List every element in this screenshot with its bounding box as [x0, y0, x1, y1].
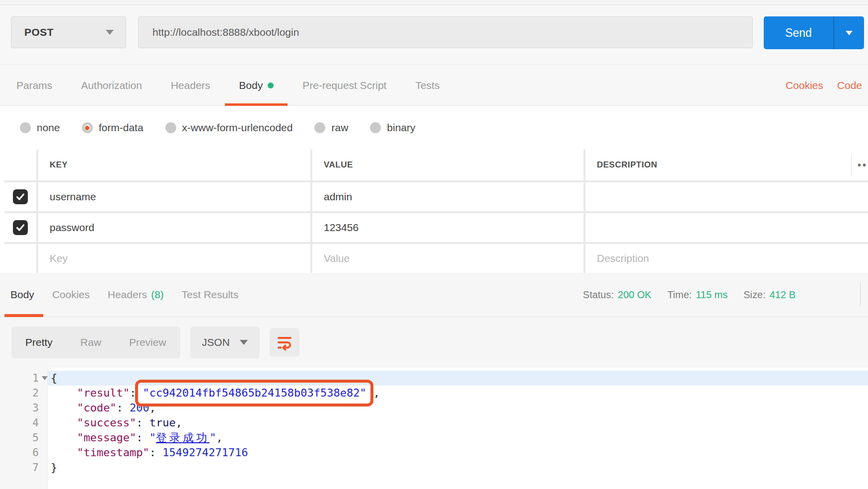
- response-status-group: Status: 200 OK Time: 115 ms Size: 412 B: [583, 283, 861, 306]
- fold-caret-icon[interactable]: [42, 376, 48, 380]
- radio-icon: [370, 122, 381, 133]
- send-options-button[interactable]: [834, 16, 864, 49]
- description-field[interactable]: [585, 182, 868, 211]
- select-all-cell: [4, 150, 36, 180]
- code-line: 5 "message" : " 登录成功 " ,: [0, 430, 868, 445]
- value-field[interactable]: 123456: [312, 213, 583, 242]
- tab-body[interactable]: Body: [239, 65, 274, 105]
- message-cjk-token: 登录成功: [156, 430, 210, 445]
- mode-raw[interactable]: raw: [314, 122, 348, 134]
- table-row-checkbox-cell: [4, 244, 36, 273]
- send-split-button: Send: [764, 16, 864, 49]
- code-line: 6 "timestamp" : 1549274271716: [0, 445, 868, 460]
- chevron-down-icon: [240, 340, 248, 345]
- key-field-empty[interactable]: Key: [38, 244, 310, 273]
- form-data-table: KEY VALUE DESCRIPTION ••• username admin…: [0, 150, 868, 273]
- format-dropdown[interactable]: JSON: [190, 326, 260, 358]
- description-field-empty[interactable]: Description: [585, 244, 868, 273]
- format-label: JSON: [202, 336, 230, 348]
- radio-icon: [165, 122, 176, 133]
- code-line: 1 {: [0, 371, 868, 386]
- code-line: 2 "result" : "cc942014fbf54865b24158b03f…: [0, 386, 868, 401]
- window-top-strip: [0, 0, 868, 5]
- response-body-viewer: 1 { 2 "result" : "cc942014fbf54865b24158…: [0, 368, 868, 489]
- status-label: Status:: [583, 289, 614, 301]
- tab-pre-request-script[interactable]: Pre-request Script: [302, 65, 386, 105]
- json-code: 1 { 2 "result" : "cc942014fbf54865b24158…: [0, 368, 868, 475]
- mode-none[interactable]: none: [20, 122, 60, 134]
- mode-binary[interactable]: binary: [370, 122, 415, 134]
- response-tab-body[interactable]: Body: [10, 273, 34, 317]
- tab-tests[interactable]: Tests: [415, 65, 439, 105]
- headers-count-badge: (8): [151, 289, 164, 301]
- column-header-key: KEY: [38, 150, 310, 180]
- response-header-bar: Body Cookies Headers (8) Test Results St…: [0, 273, 868, 317]
- response-view-toolbar: Pretty Raw Preview JSON: [0, 317, 868, 368]
- radio-icon: [314, 122, 325, 133]
- active-tab-underline: [4, 314, 43, 317]
- size-value: 412 B: [770, 289, 796, 301]
- cookies-link[interactable]: Cookies: [786, 80, 823, 91]
- code-line: 7 }: [0, 460, 868, 475]
- view-pretty-button[interactable]: Pretty: [11, 326, 67, 358]
- row-checkbox-checked[interactable]: [13, 189, 28, 204]
- method-select[interactable]: POST: [11, 16, 126, 48]
- header-edge-divider: [860, 283, 861, 306]
- bulk-edit-menu-icon[interactable]: •••: [858, 160, 868, 171]
- mode-x-www-form-urlencoded[interactable]: x-www-form-urlencoded: [165, 122, 293, 134]
- time-value: 115 ms: [696, 289, 727, 301]
- response-tab-headers[interactable]: Headers (8): [108, 273, 164, 317]
- request-tabs-bar: Params Authorization Headers Body Pre-re…: [0, 65, 868, 106]
- value-field[interactable]: admin: [312, 182, 583, 211]
- tab-headers[interactable]: Headers: [171, 65, 210, 105]
- request-url-row: POST http://localhost:8888/xboot/login S…: [0, 5, 868, 65]
- value-field-empty[interactable]: Value: [312, 244, 583, 273]
- table-row-checkbox-cell: [4, 182, 36, 211]
- key-field[interactable]: username: [38, 182, 310, 211]
- radio-icon: [20, 122, 31, 133]
- code-line: 4 "success" : true ,: [0, 415, 868, 430]
- view-mode-segment: Pretty Raw Preview: [11, 326, 180, 358]
- method-label: POST: [24, 26, 54, 38]
- active-tab-underline: [225, 103, 288, 106]
- table-row-checkbox-cell: [4, 213, 36, 242]
- body-has-content-dot: [268, 82, 274, 88]
- send-button[interactable]: Send: [764, 16, 833, 49]
- column-header-value: VALUE: [312, 150, 583, 180]
- wrap-text-icon: [276, 333, 293, 351]
- check-icon: [15, 192, 25, 202]
- status-value: 200 OK: [618, 289, 651, 301]
- request-links: Cookies Code: [786, 80, 863, 91]
- column-header-description: DESCRIPTION •••: [585, 150, 868, 180]
- code-line: 3 "code" : 200 ,: [0, 401, 868, 415]
- wrap-text-button[interactable]: [270, 328, 299, 357]
- tab-authorization[interactable]: Authorization: [81, 65, 142, 105]
- header-divider: [851, 154, 852, 176]
- mode-form-data[interactable]: form-data: [82, 122, 144, 134]
- response-tab-cookies[interactable]: Cookies: [52, 273, 90, 317]
- radio-selected-icon: [82, 122, 93, 133]
- body-mode-row: none form-data x-www-form-urlencoded raw…: [0, 106, 868, 150]
- view-preview-button[interactable]: Preview: [115, 326, 180, 358]
- result-token: "cc942014fbf54865b24158b03f538e82": [143, 386, 366, 401]
- size-label: Size:: [743, 289, 765, 301]
- chevron-down-icon: [106, 30, 114, 35]
- tab-params[interactable]: Params: [16, 65, 52, 105]
- key-field[interactable]: password: [38, 213, 310, 242]
- time-label: Time:: [667, 289, 692, 301]
- url-input[interactable]: http://localhost:8888/xboot/login: [138, 16, 753, 48]
- code-link[interactable]: Code: [837, 80, 862, 91]
- view-raw-button[interactable]: Raw: [67, 326, 115, 358]
- check-icon: [15, 223, 25, 233]
- row-checkbox-checked[interactable]: [13, 220, 28, 235]
- chevron-down-icon: [846, 31, 853, 35]
- response-tab-test-results[interactable]: Test Results: [182, 273, 238, 317]
- description-field[interactable]: [585, 213, 868, 242]
